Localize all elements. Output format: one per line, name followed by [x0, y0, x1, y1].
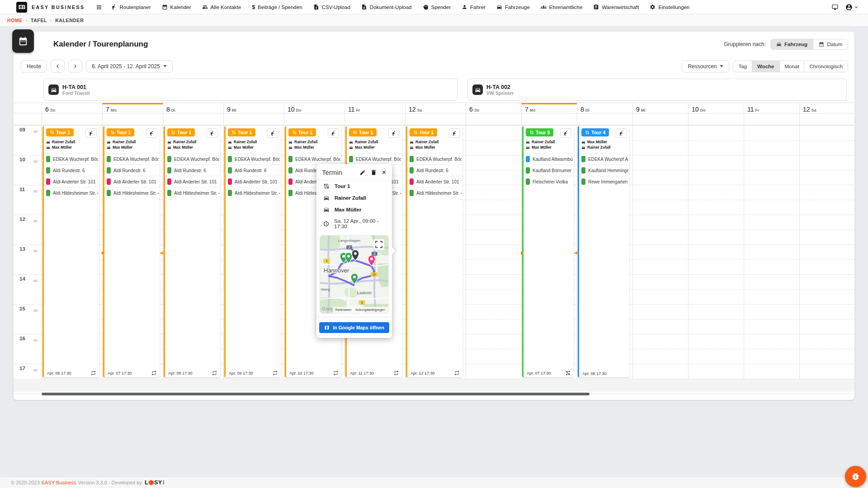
tour-event-card[interactable]: Tour 1Rainer ZufallMax MüllerEDEKA Wuche… [42, 126, 99, 377]
allday-cell [284, 113, 344, 125]
groupby-datum-button[interactable]: Datum [813, 39, 848, 49]
route-icon [323, 183, 330, 189]
day-header-12-sa[interactable]: 12Sa [799, 103, 854, 114]
tour-badge: Tour 1 [410, 128, 437, 136]
edit-icon[interactable] [359, 169, 366, 176]
route-icon [529, 130, 534, 135]
day-header-8-di[interactable]: 8Di [163, 103, 223, 114]
routeplanner-icon-button[interactable] [560, 128, 571, 138]
view-monat-button[interactable]: Monat [779, 61, 804, 72]
nav-item-csv-upload[interactable]: CSV-Upload [309, 2, 355, 12]
tour-event-card[interactable]: Tour 1Rainer ZufallMax MüllerEDEKA Wuche… [406, 126, 462, 377]
next-week-button[interactable] [68, 60, 82, 73]
stop-status-square [107, 190, 111, 196]
stop-status-square [167, 190, 171, 196]
routeplanner-icon-button[interactable] [146, 128, 157, 138]
tour-stop: Fleischerei Violka [524, 176, 574, 187]
apps-grid-icon[interactable] [96, 4, 102, 10]
nav-item-ehrenamtliche[interactable]: Ehrenamtliche [536, 2, 587, 12]
view-chronologisch-button[interactable]: Chronologisch [804, 61, 848, 72]
tour-badge: Tour 1 [288, 128, 316, 136]
nav-item-einstellungen[interactable]: Einstellungen [645, 2, 694, 12]
stop-label: Aldi Anderter Str. 101 [174, 179, 217, 184]
tour-event-card[interactable]: Tour 1Rainer ZufallMax MüllerEDEKA Wuche… [164, 126, 220, 377]
developer-logo[interactable]: L SY I [145, 479, 165, 486]
stop-label: Aldi Rundestr. 6 [416, 168, 448, 173]
day-header-6-so[interactable]: 6So [466, 103, 521, 114]
app-logo[interactable]: EB [16, 2, 27, 13]
footer-brand[interactable]: EASY Business [42, 480, 76, 485]
bug-report-button[interactable] [845, 466, 866, 487]
display-icon[interactable] [832, 4, 838, 10]
day-header-10-do[interactable]: 10Do [688, 103, 744, 114]
car-icon [323, 206, 330, 213]
tour-event-card[interactable]: Tour 4Max MüllerRainer ZufallEDEKA Wuche… [578, 126, 629, 377]
routeplanner-icon [619, 131, 624, 136]
routeplanner-icon-button[interactable] [328, 128, 339, 138]
nav-item-warenwirtschaft[interactable]: Warenwirtschaft [589, 2, 643, 12]
routeplanner-icon-button[interactable] [207, 128, 218, 138]
stop-label: EDEKA Wucherpf. Bödekerst [295, 157, 340, 162]
open-google-maps-button[interactable]: In Google Maps öffnen [319, 322, 389, 333]
delete-icon[interactable] [370, 169, 377, 176]
stop-label: Aldi Rundestr. 6 [235, 168, 267, 173]
today-button[interactable]: Heute [21, 60, 47, 73]
day-header-9-mi[interactable]: 9Mi [632, 103, 688, 114]
calendar-icon [819, 42, 824, 47]
day-header-9-mi[interactable]: 9Mi [223, 103, 284, 114]
date-range-button[interactable]: 6. April 2025 - 12. April 2025 [86, 60, 173, 73]
routeplanner-icon-button[interactable] [616, 128, 627, 138]
tour-stop: Aldi Hildesheimer Str. 401 [226, 187, 281, 198]
day-header-12-sa[interactable]: 12Sa [405, 103, 466, 114]
nav-items: RoutenplanerKalenderAlle Kontakte$Beiträ… [107, 2, 828, 13]
day-header-7-mo[interactable]: 7Mo [521, 103, 577, 114]
map-preview[interactable]: Langenhagen Hannover Laatzen nberg 2 2 6… [320, 235, 388, 313]
day-header-11-fr[interactable]: 11Fr [344, 103, 405, 114]
day-header-11-fr[interactable]: 11Fr [744, 103, 799, 114]
nav-item-fahrer[interactable]: Fahrer [457, 2, 490, 12]
day-header-8-di[interactable]: 8Di [577, 103, 632, 114]
day-header-10-do[interactable]: 10Do [284, 103, 344, 114]
nav-item-spender[interactable]: Spender [418, 2, 455, 12]
nav-item-beiträge-spenden[interactable]: $Beiträge / Spenden [247, 2, 307, 13]
stop-label: Aldi Anderter Str. 101 [235, 179, 278, 184]
routeplanner-icon-button[interactable] [267, 128, 278, 138]
tour-event-card[interactable]: Tour 1Rainer ZufallMax MüllerEDEKA Wuche… [103, 126, 160, 377]
breadcrumb-item-tafel[interactable]: TAFEL [31, 18, 47, 23]
driver-name: Max Müller [173, 145, 193, 150]
allday-cell [163, 113, 223, 125]
tour-label: Tour 1 [359, 130, 373, 135]
day-header-7-mo[interactable]: 7Mo [102, 103, 163, 114]
breadcrumb-item-home[interactable]: HOME [7, 18, 23, 23]
event-driver: Max Müller [228, 145, 278, 150]
tour-event-card[interactable]: Tour 1Rainer ZufallMax MüllerEDEKA Wuche… [224, 126, 281, 377]
groupby-fahrzeug-button[interactable]: Fahrzeug [771, 39, 813, 49]
nav-item-dokument-upload[interactable]: Dokument-Upload [357, 2, 416, 12]
routeplanner-icon [452, 131, 458, 136]
nav-item-alle-kontakte[interactable]: Alle Kontakte [198, 2, 246, 12]
stop-status-square [288, 156, 292, 162]
stop-label: EDEKA Wucherpf. Bödekerst [356, 157, 401, 162]
day-header-6-so[interactable]: 6So [42, 103, 102, 114]
nav-item-routenplaner[interactable]: Routenplaner [107, 2, 156, 12]
nav-item-label: CSV-Upload [322, 5, 350, 10]
inventory-icon [593, 4, 599, 10]
scrollbar-thumb[interactable] [42, 393, 590, 395]
nav-item-fahrzeuge[interactable]: Fahrzeuge [492, 2, 534, 12]
nav-item-kalender[interactable]: Kalender [157, 2, 196, 12]
view-tag-button[interactable]: Tag [733, 61, 752, 72]
routeplanner-icon-button[interactable] [85, 128, 97, 138]
resources-button[interactable]: Ressourcen [682, 60, 729, 73]
close-icon[interactable]: ✕ [382, 169, 387, 176]
routeplanner-icon-button[interactable] [449, 128, 460, 138]
routeplanner-icon-button[interactable] [388, 128, 400, 138]
car-icon [526, 145, 530, 150]
view-woche-button[interactable]: Woche [752, 61, 779, 72]
tour-event-card[interactable]: Tour 5Rainer ZufallMax MüllerKaufland Al… [522, 126, 574, 377]
prev-week-button[interactable] [51, 60, 65, 73]
account-menu[interactable] [845, 4, 859, 11]
delete-icon [370, 169, 377, 176]
day-abbr: Mo [111, 108, 117, 113]
tour-label: Tour 1 [117, 130, 131, 135]
tour-label: Tour 5 [536, 130, 550, 135]
